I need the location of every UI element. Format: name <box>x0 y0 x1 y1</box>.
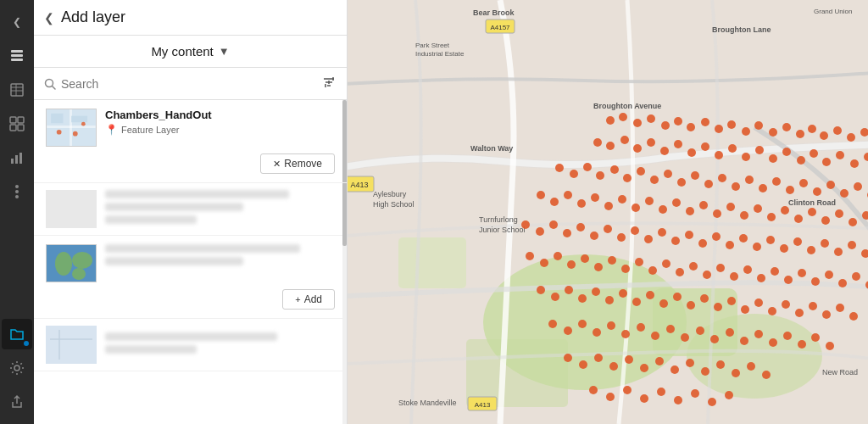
back-button[interactable]: ❮ <box>44 11 54 25</box>
svg-point-254 <box>826 342 834 350</box>
remove-button[interactable]: ✕ Remove <box>260 153 335 174</box>
settings-icon[interactable] <box>2 353 32 383</box>
more-icon[interactable] <box>2 176 32 207</box>
svg-point-121 <box>745 176 754 184</box>
panel-title: Add layer <box>61 8 125 26</box>
panel-header: ❮ Add layer <box>34 0 347 36</box>
svg-rect-37 <box>58 330 60 360</box>
folder-icon[interactable] <box>2 319 32 349</box>
content-selector[interactable]: My content ▼ <box>34 36 347 68</box>
svg-text:Bear Brook: Bear Brook <box>473 8 515 17</box>
svg-text:Grand Union: Grand Union <box>814 8 852 15</box>
feature-layer-icon: 📍 <box>105 124 118 136</box>
svg-point-71 <box>701 118 709 126</box>
add-button[interactable]: + Add <box>282 289 335 310</box>
layer-thumbnail-chambers <box>46 109 97 147</box>
svg-point-271 <box>623 386 632 394</box>
svg-point-142 <box>672 198 681 207</box>
content-selector-label: My content <box>151 44 213 59</box>
svg-point-116 <box>677 178 686 187</box>
blurred-thumbnail-2 <box>46 326 97 364</box>
svg-point-195 <box>662 259 670 268</box>
svg-point-264 <box>701 367 709 376</box>
svg-point-231 <box>809 302 817 310</box>
svg-point-151 <box>794 215 803 223</box>
svg-point-249 <box>754 330 763 338</box>
svg-line-16 <box>53 86 56 89</box>
back-nav-icon[interactable]: ❮ <box>2 7 32 37</box>
svg-point-91 <box>674 140 682 148</box>
svg-rect-10 <box>18 125 24 131</box>
svg-point-191 <box>608 256 616 265</box>
svg-point-66 <box>633 119 642 127</box>
svg-point-102 <box>822 158 831 166</box>
svg-point-117 <box>691 171 699 180</box>
layer-actions-chambers: ✕ Remove <box>46 153 335 174</box>
svg-point-78 <box>796 130 804 138</box>
share-icon[interactable] <box>2 387 32 417</box>
svg-text:A4157: A4157 <box>490 24 510 31</box>
svg-text:Stoke Mandeville: Stoke Mandeville <box>398 399 457 407</box>
svg-point-220 <box>659 299 668 308</box>
svg-point-32 <box>55 252 72 276</box>
svg-point-260 <box>640 364 648 372</box>
search-input[interactable] <box>61 77 316 91</box>
svg-point-141 <box>659 205 667 214</box>
svg-point-218 <box>632 298 641 306</box>
svg-rect-1 <box>11 54 23 57</box>
table-icon[interactable] <box>2 75 32 105</box>
svg-point-251 <box>783 332 792 340</box>
svg-rect-0 <box>11 50 23 53</box>
svg-point-115 <box>664 170 672 178</box>
svg-point-215 <box>592 287 600 296</box>
svg-rect-7 <box>10 117 16 123</box>
svg-point-122 <box>759 184 767 192</box>
svg-rect-26 <box>51 114 63 123</box>
svg-point-246 <box>710 335 719 343</box>
add-layer-panel: ❮ Add layer My content ▼ <box>34 0 348 424</box>
chart-icon[interactable] <box>2 142 32 173</box>
svg-point-176 <box>766 236 775 244</box>
svg-point-277 <box>725 391 733 399</box>
svg-point-120 <box>732 182 740 191</box>
svg-point-219 <box>646 291 654 299</box>
svg-text:Walton Way: Walton Way <box>470 144 513 153</box>
layer-name-chambers: Chambers_HandOut <box>105 109 335 121</box>
svg-rect-13 <box>19 153 22 164</box>
analysis-icon[interactable] <box>2 109 32 139</box>
svg-point-88 <box>633 144 642 153</box>
svg-point-171 <box>698 239 707 248</box>
filter-icon[interactable] <box>321 75 337 92</box>
svg-point-70 <box>687 123 695 131</box>
svg-text:Industrial Estate: Industrial Estate <box>415 50 465 58</box>
svg-point-169 <box>671 237 680 245</box>
layer-type-chambers: 📍 Feature Layer <box>105 124 335 136</box>
svg-point-148 <box>754 204 762 213</box>
svg-point-198 <box>703 271 711 279</box>
svg-point-112 <box>623 174 632 182</box>
svg-point-202 <box>757 274 765 282</box>
svg-point-72 <box>715 125 723 133</box>
svg-point-81 <box>833 126 842 135</box>
svg-point-160 <box>549 220 558 229</box>
svg-point-124 <box>786 186 794 194</box>
svg-point-82 <box>847 133 855 142</box>
svg-point-175 <box>753 243 761 251</box>
svg-point-174 <box>739 234 748 243</box>
svg-point-100 <box>797 156 805 165</box>
svg-point-134 <box>564 191 572 199</box>
svg-point-259 <box>625 355 633 364</box>
layers-icon[interactable] <box>2 41 32 71</box>
layer-item-chambers: Chambers_HandOut 📍 Feature Layer ✕ Remov… <box>34 100 347 183</box>
svg-point-243 <box>666 325 675 333</box>
svg-point-228 <box>768 307 776 315</box>
layer-item-world: + Add <box>34 236 347 319</box>
svg-point-111 <box>610 165 619 174</box>
svg-point-164 <box>604 225 612 233</box>
svg-point-110 <box>596 171 604 180</box>
svg-point-161 <box>563 229 571 237</box>
svg-text:A413: A413 <box>475 401 491 409</box>
svg-point-95 <box>728 144 737 153</box>
svg-point-244 <box>681 333 689 342</box>
svg-point-193 <box>635 258 643 266</box>
